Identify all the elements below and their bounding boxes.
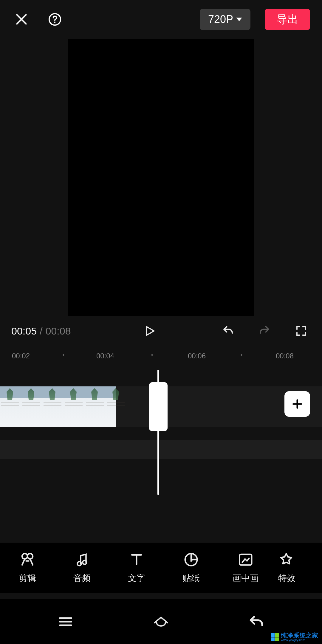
watermark: 纯净系统之家 www.ycwjxy.com xyxy=(270,632,320,642)
audio-track[interactable] xyxy=(0,440,322,459)
svg-point-3 xyxy=(22,554,27,559)
watermark-text: 纯净系统之家 xyxy=(281,632,318,638)
nav-menu-button[interactable] xyxy=(56,612,75,631)
close-button[interactable] xyxy=(12,10,31,29)
fullscreen-button[interactable] xyxy=(292,321,311,340)
clip-thumbnail[interactable] xyxy=(21,386,42,427)
ruler-minor-tick xyxy=(151,354,153,356)
undo-button[interactable] xyxy=(219,321,238,340)
redo-button[interactable] xyxy=(255,321,274,340)
export-label: 导出 xyxy=(277,12,298,27)
edit-icon xyxy=(19,552,35,568)
resolution-label: 720P xyxy=(208,13,233,26)
nav-back-button[interactable] xyxy=(247,612,266,631)
playhead[interactable] xyxy=(157,370,159,495)
time-display: 00:05 / 00:08 xyxy=(11,325,71,337)
svg-point-1 xyxy=(54,21,56,23)
tool-label: 贴纸 xyxy=(182,572,200,584)
tool-sticker[interactable]: 贴纸 xyxy=(164,552,218,584)
redo-icon xyxy=(258,324,271,338)
svg-point-5 xyxy=(77,562,81,566)
ruler-tick: 00:08 xyxy=(276,352,294,360)
tool-edit[interactable]: 剪辑 xyxy=(0,552,55,584)
timeline[interactable] xyxy=(0,370,322,495)
tool-label: 剪辑 xyxy=(19,572,36,584)
ruler-tick: 00:04 xyxy=(96,352,114,360)
timeline-ruler[interactable]: 00:0200:0400:0600:08 xyxy=(0,349,322,363)
ruler-tick: 00:06 xyxy=(188,352,206,360)
text-icon xyxy=(129,552,145,568)
clip-thumbnail[interactable] xyxy=(42,386,64,427)
fullscreen-icon xyxy=(295,325,307,337)
back-icon xyxy=(248,613,265,630)
tool-label: 文字 xyxy=(128,572,145,584)
playback-control-bar: 00:05 / 00:08 xyxy=(0,316,322,346)
export-button[interactable]: 导出 xyxy=(265,9,310,30)
plus-icon xyxy=(291,398,303,410)
bottom-toolbar: 剪辑音频文字贴纸画中画特效 xyxy=(0,543,322,593)
svg-point-6 xyxy=(83,560,87,564)
resolution-dropdown[interactable]: 720P xyxy=(200,9,250,30)
current-time: 00:05 xyxy=(11,325,37,337)
help-icon xyxy=(48,13,62,26)
svg-point-4 xyxy=(27,554,33,559)
effect-icon xyxy=(278,552,294,568)
play-button[interactable] xyxy=(140,321,159,340)
tool-pip[interactable]: 画中画 xyxy=(218,552,273,584)
play-icon xyxy=(143,324,156,338)
video-preview[interactable] xyxy=(68,39,254,316)
nav-home-button[interactable] xyxy=(151,612,171,631)
tool-text[interactable]: 文字 xyxy=(109,552,164,584)
sticker-icon xyxy=(183,552,199,568)
chevron-down-icon xyxy=(236,18,242,21)
close-icon xyxy=(15,13,28,26)
total-time: 00:08 xyxy=(46,325,71,337)
ruler-tick: 00:02 xyxy=(12,352,30,360)
ruler-minor-tick xyxy=(63,354,64,356)
tool-label: 画中画 xyxy=(233,572,258,584)
clip-thumbnail[interactable] xyxy=(0,386,21,427)
time-separator: / xyxy=(40,325,42,337)
watermark-url: www.ycwjxy.com xyxy=(281,638,318,642)
tool-effect[interactable]: 特效 xyxy=(273,552,305,584)
clip-thumbnail[interactable] xyxy=(85,386,106,427)
top-bar: 720P 导出 xyxy=(0,0,322,39)
tool-label: 音频 xyxy=(73,572,91,584)
help-button[interactable] xyxy=(45,10,64,29)
undo-icon xyxy=(222,324,235,338)
add-clip-button[interactable] xyxy=(284,391,310,417)
clip-thumbnail[interactable] xyxy=(106,386,116,427)
watermark-logo-icon xyxy=(271,633,279,641)
pip-icon xyxy=(238,552,254,568)
ruler-minor-tick xyxy=(241,354,242,356)
audio-icon xyxy=(74,552,90,568)
clip-thumbnail[interactable] xyxy=(64,386,85,427)
menu-icon xyxy=(57,613,74,630)
tool-audio[interactable]: 音频 xyxy=(55,552,109,584)
tool-label: 特效 xyxy=(278,572,295,584)
home-icon xyxy=(152,613,170,630)
